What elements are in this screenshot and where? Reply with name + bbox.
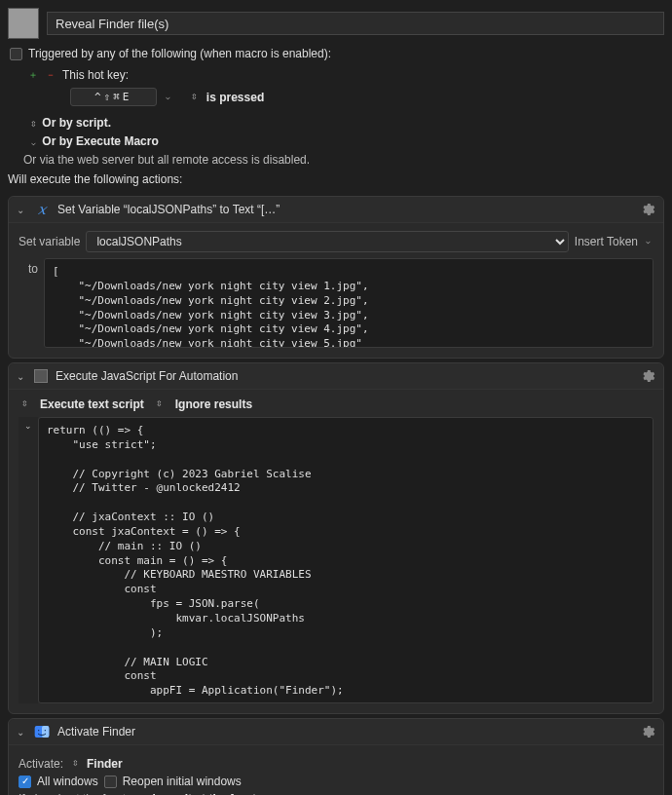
or-script[interactable]: Or by script. [42,116,111,130]
execute-macro-stepper-icon[interactable]: ⌵ [27,137,39,149]
action-title: Activate Finder [57,725,632,738]
webserver-note: Or via the web server but all remote acc… [0,151,672,172]
svg-rect-1 [42,726,49,738]
jxa-code-editor[interactable]: return (() => { "use strict"; // Copyrig… [38,417,653,703]
add-trigger-icon[interactable]: ＋ [27,69,39,81]
reopen-windows-label: Reopen initial windows [123,775,242,788]
remove-trigger-icon[interactable]: － [45,69,56,81]
mode-execute-text-script[interactable]: Execute text script [40,398,144,411]
trigger-header: Triggered by any of the following (when … [28,47,331,60]
disclosure-icon[interactable]: ⌄ [17,727,26,738]
gear-icon[interactable] [640,724,655,739]
variable-x-icon: 𝑥 [34,202,50,217]
disclosure-icon[interactable]: ⌄ [17,205,26,215]
macro-enabled-checkbox[interactable] [10,48,22,60]
mode-b-stepper-icon[interactable]: ⇳ [154,398,166,410]
or-execute-macro[interactable]: Or by Execute Macro [42,134,158,148]
script-icon [34,369,48,383]
hotkey-mode-stepper-icon[interactable]: ⇳ [189,92,201,103]
activate-target-stepper-icon[interactable]: ⇳ [69,758,81,770]
action-set-variable: ⌄ 𝑥 Set Variable “localJSONPaths” to Tex… [8,196,664,359]
set-variable-label: Set variable [19,235,80,248]
script-stepper-icon[interactable]: ⇳ [27,119,39,131]
gear-icon[interactable] [640,368,655,384]
action-activate-finder: ⌄ Activate Finder Activate: ⇳ Finder All… [8,718,664,795]
activate-label: Activate: [19,757,63,771]
reopen-windows-checkbox[interactable] [104,776,117,788]
action-title: Set Variable “localJSONPaths” to Text “[… [57,203,632,216]
execute-label: Will execute the following actions: [0,172,672,192]
mode-ignore-results[interactable]: Ignore results [175,398,252,411]
hotkey-stepper-icon[interactable]: ⌵ [163,92,174,103]
disclosure-icon[interactable]: ⌄ [17,371,26,382]
svg-point-2 [38,730,39,731]
svg-point-3 [45,730,46,731]
gear-icon[interactable] [640,202,655,217]
chevron-down-icon: ⌵ [642,236,653,247]
to-label: to [19,258,38,276]
macro-icon[interactable] [8,8,39,39]
code-gutter: ⌄ [19,417,38,703]
insert-token-button[interactable]: Insert Token ⌵ [575,235,653,248]
action-execute-jxa: ⌄ Execute JavaScript For Automation ⇳ Ex… [8,362,664,714]
finder-icon [34,724,50,739]
macro-title-input[interactable] [47,12,664,35]
all-windows-checkbox[interactable] [19,776,31,788]
hotkey-mode[interactable]: is pressed [206,91,264,104]
hotkey-field[interactable]: ^⇧⌘E [70,88,157,106]
hotkey-label: This hot key: [62,68,129,82]
variable-name-select[interactable]: localJSONPaths [86,231,568,252]
all-windows-label: All windows [37,775,98,788]
action-title: Execute JavaScript For Automation [56,369,632,383]
variable-text-value[interactable]: [ "~/Downloads/new york night city view … [44,258,653,348]
activate-target[interactable]: Finder [87,757,123,771]
mode-a-stepper-icon[interactable]: ⇳ [19,398,30,410]
